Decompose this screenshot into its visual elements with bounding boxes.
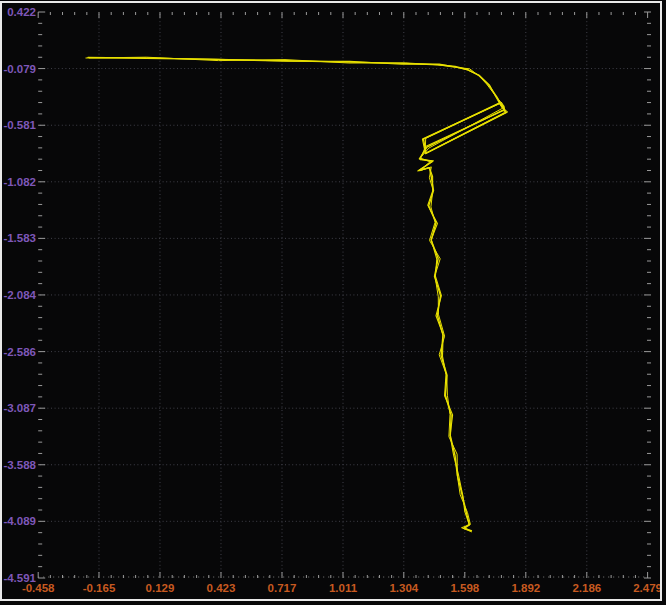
y-tick-label: -4.591 — [3, 572, 36, 584]
y-tick-label: -4.089 — [3, 515, 36, 527]
y-tick-label: -1.583 — [3, 232, 36, 244]
y-tick-label: -0.079 — [3, 63, 36, 75]
x-tick-label: 0.717 — [268, 582, 297, 594]
x-tick-label: 1.892 — [511, 582, 540, 594]
y-tick-label: -2.084 — [3, 289, 36, 301]
x-tick-label: 0.423 — [207, 582, 236, 594]
x-tick-label: 2.479 — [633, 582, 662, 594]
x-tick-label: 1.304 — [389, 582, 418, 594]
y-tick-label: -1.082 — [3, 176, 36, 188]
xy-plot-window: -0.458-0.1650.1290.4230.7171.0111.3041.5… — [0, 0, 666, 605]
xy-plot-canvas: -0.458-0.1650.1290.4230.7171.0111.3041.5… — [0, 0, 666, 605]
x-tick-label: -0.165 — [83, 582, 116, 594]
y-tick-label: -3.588 — [3, 459, 36, 471]
y-tick-label: -2.586 — [3, 346, 36, 358]
x-tick-label: 2.186 — [572, 582, 601, 594]
plot-background — [0, 0, 666, 605]
y-tick-label: -0.581 — [3, 119, 36, 131]
x-tick-label: 0.129 — [146, 582, 175, 594]
y-tick-label: 0.422 — [7, 6, 36, 18]
x-tick-label: 1.011 — [329, 582, 358, 594]
x-tick-label: 1.598 — [450, 582, 479, 594]
y-tick-label: -3.087 — [3, 402, 36, 414]
